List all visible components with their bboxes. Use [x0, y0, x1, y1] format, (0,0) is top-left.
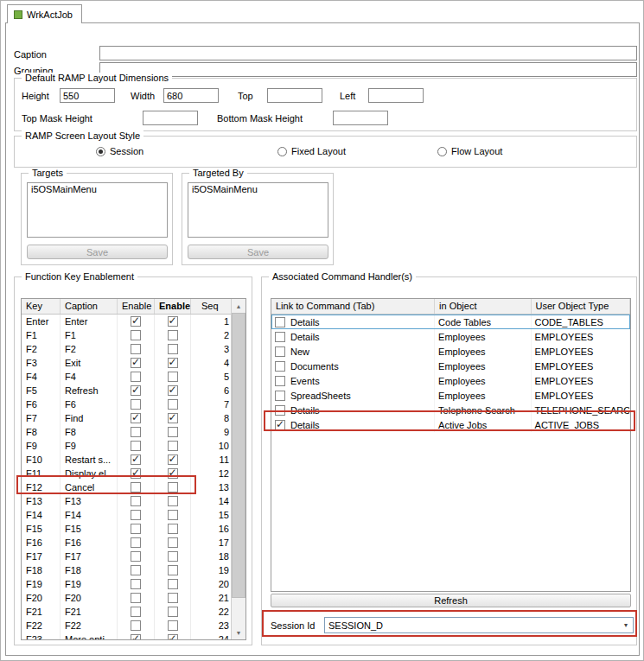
enable-checkbox[interactable] [168, 579, 178, 589]
function-key-row[interactable]: F18F1819 [22, 563, 233, 577]
enable-checkbox[interactable] [168, 385, 178, 396]
enable-key-checkbox[interactable] [131, 316, 141, 327]
refresh-button[interactable]: Refresh [271, 594, 631, 607]
vertical-scrollbar[interactable] [231, 299, 245, 639]
function-key-row[interactable]: F17F1718 [22, 550, 233, 563]
enable-checkbox[interactable] [168, 565, 178, 575]
column-header-in-object[interactable]: in Object [435, 299, 531, 314]
command-checkbox[interactable] [275, 332, 285, 342]
column-header-enable[interactable]: Enable [155, 299, 191, 314]
command-handler-row[interactable]: NewEmployeesEMPLOYEES [271, 344, 630, 359]
bottom-mask-height-input[interactable] [333, 111, 388, 125]
enable-checkbox[interactable] [168, 593, 178, 603]
command-handler-row[interactable]: DocumentsEmployeesEMPLOYEES [271, 359, 630, 373]
enable-checkbox[interactable] [168, 468, 178, 479]
command-checkbox[interactable] [275, 420, 285, 430]
enable-key-checkbox[interactable] [131, 496, 141, 506]
radio-option-flow-layout[interactable]: Flow Layout [437, 146, 502, 156]
enable-checkbox[interactable] [168, 399, 178, 410]
function-key-row[interactable]: F13F1314 [22, 494, 233, 508]
scrollbar-thumb[interactable] [232, 313, 245, 598]
column-header-key[interactable]: Key [22, 299, 61, 314]
enable-checkbox[interactable] [168, 372, 178, 382]
targets-save-button[interactable]: Save [27, 245, 168, 259]
enable-key-checkbox[interactable] [131, 330, 141, 340]
function-key-row[interactable]: F5Refresh6 [22, 384, 233, 397]
enable-key-checkbox[interactable] [131, 607, 141, 617]
command-checkbox[interactable] [275, 361, 285, 372]
enable-checkbox[interactable] [168, 454, 178, 465]
top-mask-height-input[interactable] [143, 111, 198, 125]
enable-checkbox[interactable] [168, 316, 178, 327]
enable-checkbox[interactable] [168, 607, 178, 617]
targeted-by-save-button[interactable]: Save [188, 245, 328, 259]
enable-key-checkbox[interactable] [131, 551, 141, 562]
enable-checkbox[interactable] [168, 620, 178, 631]
enable-key-checkbox[interactable] [131, 372, 141, 382]
enable-checkbox[interactable] [168, 496, 178, 506]
chevron-down-icon[interactable] [619, 621, 633, 629]
enable-checkbox[interactable] [168, 427, 178, 437]
width-input[interactable] [163, 88, 219, 103]
radio-option-session[interactable]: Session [96, 146, 143, 156]
command-handler-row[interactable]: DetailsTelephone SearchTELEPHONE_SEARCH [271, 403, 630, 417]
enable-key-checkbox[interactable] [131, 482, 141, 493]
function-key-row[interactable]: EnterEnter1 [22, 315, 233, 328]
command-checkbox[interactable] [275, 317, 285, 327]
function-key-row[interactable]: F9F910 [22, 439, 233, 453]
command-handler-row[interactable]: DetailsActive JobsACTIVE_JOBS [271, 417, 630, 432]
function-key-row[interactable]: F19F1920 [22, 577, 233, 591]
grouping-input[interactable] [99, 62, 637, 77]
targets-listbox[interactable]: i5OSMainMenu [27, 182, 168, 238]
radio-option-fixed-layout[interactable]: Fixed Layout [277, 146, 346, 156]
enable-checkbox[interactable] [168, 441, 178, 451]
enable-checkbox[interactable] [168, 358, 178, 368]
height-input[interactable] [60, 88, 115, 103]
enable-key-checkbox[interactable] [131, 593, 141, 603]
top-input[interactable] [267, 88, 322, 103]
enable-checkbox[interactable] [168, 551, 178, 562]
enable-key-checkbox[interactable] [131, 537, 141, 548]
command-handler-row[interactable]: EventsEmployeesEMPLOYEES [271, 373, 630, 388]
enable-checkbox[interactable] [168, 344, 178, 354]
enable-key-checkbox[interactable] [131, 399, 141, 410]
function-key-row[interactable]: F10Restart s...11 [22, 453, 233, 467]
column-header-caption[interactable]: Caption [61, 299, 118, 314]
enable-key-checkbox[interactable] [131, 565, 141, 575]
function-key-row[interactable]: F23More opti...24 [22, 632, 233, 640]
function-key-row[interactable]: F15F1516 [22, 522, 233, 536]
function-key-row[interactable]: F4F45 [22, 370, 233, 384]
list-item[interactable]: i5OSMainMenu [28, 183, 167, 195]
column-header-user-object-type[interactable]: User Object Type [532, 299, 630, 314]
enable-key-checkbox[interactable] [131, 413, 141, 423]
column-header-seq[interactable]: Seq [191, 299, 233, 314]
command-handler-row[interactable]: DetailsEmployeesEMPLOYEES [271, 329, 630, 344]
left-input[interactable] [368, 88, 424, 103]
session-id-combobox[interactable]: SESSION_D [324, 617, 634, 633]
enable-key-checkbox[interactable] [131, 524, 141, 534]
enable-key-checkbox[interactable] [131, 634, 141, 640]
enable-checkbox[interactable] [168, 482, 178, 493]
function-key-row[interactable]: F1F12 [22, 328, 233, 342]
list-item[interactable]: i5OSMainMenu [188, 183, 328, 195]
function-key-row[interactable]: F2F23 [22, 342, 233, 356]
enable-key-checkbox[interactable] [131, 468, 141, 479]
function-key-row[interactable]: F11Display el...12 [22, 467, 233, 480]
enable-key-checkbox[interactable] [131, 344, 141, 354]
enable-key-checkbox[interactable] [131, 579, 141, 589]
function-key-row[interactable]: F8F89 [22, 425, 233, 439]
enable-key-checkbox[interactable] [131, 385, 141, 396]
function-key-row[interactable]: F12Cancel13 [22, 480, 233, 494]
enable-checkbox[interactable] [168, 634, 178, 640]
targeted-by-listbox[interactable]: i5OSMainMenu [188, 182, 328, 238]
command-checkbox[interactable] [275, 405, 285, 416]
enable-key-checkbox[interactable] [131, 441, 141, 451]
command-handler-row[interactable]: SpreadSheetsEmployeesEMPLOYEES [271, 388, 630, 403]
function-key-row[interactable]: F16F1617 [22, 536, 233, 550]
function-key-row[interactable]: F21F2122 [22, 605, 233, 619]
function-key-row[interactable]: F7Find8 [22, 411, 233, 425]
function-key-row[interactable]: F14F1415 [22, 508, 233, 522]
enable-key-checkbox[interactable] [131, 427, 141, 437]
column-header-enable-k[interactable]: Enable K [118, 299, 155, 314]
function-key-row[interactable]: F3Exit4 [22, 356, 233, 370]
